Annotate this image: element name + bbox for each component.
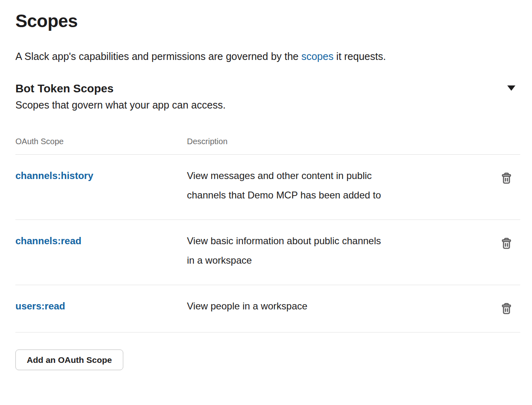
bot-token-scopes-header-row: Bot Token Scopes (15, 82, 520, 96)
scope-description: View basic information about public chan… (187, 231, 390, 270)
delete-scope-button[interactable] (500, 236, 513, 252)
intro-text-after: it requests. (333, 51, 386, 62)
row-actions (500, 171, 513, 187)
page-title: Scopes (15, 11, 520, 32)
trash-icon (500, 301, 513, 316)
column-header-oauth-scope: OAuth Scope (15, 137, 187, 146)
scope-description: View messages and other content in publi… (187, 166, 390, 205)
scope-description: View people in a workspace (187, 296, 390, 316)
table-row: channels:history View messages and other… (15, 155, 520, 220)
delete-scope-button[interactable] (500, 171, 513, 187)
section-subheading: Scopes that govern what your app can acc… (15, 98, 520, 112)
scope-link-channels-history[interactable]: channels:history (15, 170, 93, 181)
scopes-settings-page: Scopes A Slack app's capabilities and pe… (15, 0, 520, 370)
scopes-table-header: OAuth Scope Description (15, 137, 520, 155)
caret-down-icon[interactable] (507, 85, 515, 91)
trash-icon (500, 236, 513, 251)
scopes-doc-link[interactable]: scopes (301, 51, 333, 62)
scope-cell: channels:read (15, 231, 187, 251)
column-header-description: Description (187, 137, 227, 146)
section-heading: Bot Token Scopes (15, 82, 114, 96)
table-row: channels:read View basic information abo… (15, 220, 520, 285)
scope-link-users-read[interactable]: users:read (15, 301, 65, 311)
intro-text: A Slack app's capabilities and permissio… (15, 49, 520, 63)
trash-icon (500, 171, 513, 186)
scope-link-channels-read[interactable]: channels:read (15, 235, 82, 246)
row-actions (500, 236, 513, 252)
intro-text-before: A Slack app's capabilities and permissio… (15, 51, 301, 62)
table-row: users:read View people in a workspace (15, 285, 520, 333)
add-oauth-scope-button[interactable]: Add an OAuth Scope (15, 350, 123, 370)
row-actions (500, 301, 513, 318)
scope-cell: users:read (15, 296, 187, 316)
scope-cell: channels:history (15, 166, 187, 185)
delete-scope-button[interactable] (500, 301, 513, 318)
add-scope-row: Add an OAuth Scope (15, 350, 520, 370)
